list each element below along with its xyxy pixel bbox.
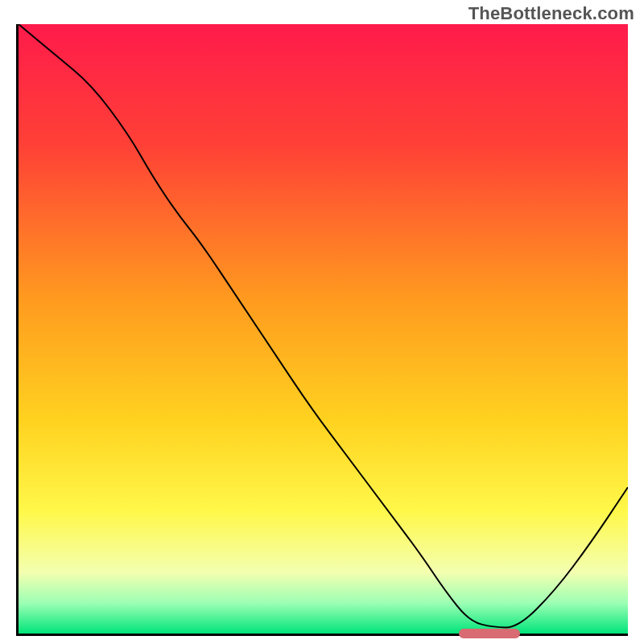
watermark-text: TheBottleneck.com bbox=[469, 3, 634, 24]
plot-area bbox=[16, 24, 628, 636]
bottleneck-curve bbox=[19, 24, 628, 634]
optimal-range-marker bbox=[459, 629, 520, 638]
chart-container: TheBottleneck.com bbox=[0, 0, 644, 644]
